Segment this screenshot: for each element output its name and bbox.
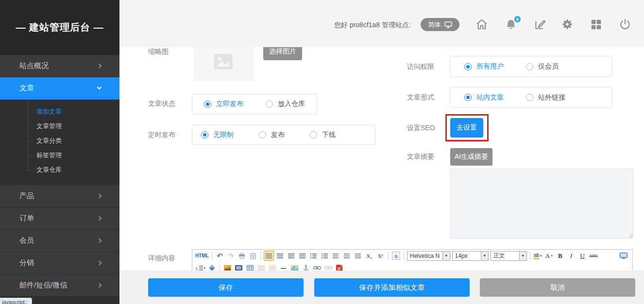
preview-icon[interactable] [618, 251, 628, 261]
chevron-right-icon [97, 216, 102, 221]
radio-offline-time[interactable]: 下线 [310, 131, 336, 139]
autotypeset-icon[interactable]: a [391, 251, 401, 261]
save-button[interactable]: 保存 [148, 278, 304, 297]
align-left-icon[interactable] [264, 251, 274, 261]
subscript-icon[interactable]: X₂ [364, 251, 374, 261]
sidebar-subitem-article-manage[interactable]: 文章管理 [0, 119, 119, 134]
insert-iframe-icon[interactable] [267, 263, 277, 270]
font-size-select[interactable]: 14px ▾ [452, 251, 489, 261]
sidebar-nav: 站点概况 文章 添加文章 文章管理 文章分类 标签管理 [0, 55, 119, 297]
summary-label: 文章摘要 [407, 152, 434, 161]
form-footer: 保存 保存并添加相似文章 取消 [119, 270, 644, 304]
editor-toolbar-row-1: HTML ↶ ↷ T X₂ [192, 250, 632, 262]
highlight-color-icon[interactable]: ab▾ [533, 251, 543, 261]
outdent-icon[interactable] [353, 251, 363, 261]
underline-icon[interactable]: U [577, 251, 588, 261]
font-color-icon[interactable]: A▾ [544, 251, 554, 261]
sidebar-item-products[interactable]: 产品 [0, 185, 119, 207]
sidebar-subitem-article-category[interactable]: 文章分类 [0, 134, 119, 148]
sidebar-subitem-tag-manage[interactable]: 标签管理 [0, 148, 119, 163]
unlink-icon[interactable] [323, 263, 333, 270]
insert-map-icon[interactable] [289, 263, 300, 270]
ai-generate-summary-button[interactable]: AI生成摘要 [450, 148, 492, 166]
radio-publish-now[interactable]: 立即发布 [204, 100, 243, 108]
chevron-down-icon [97, 85, 102, 90]
font-family-select[interactable]: Helvetica N ▾ [407, 251, 450, 261]
sidebar-item-distribution[interactable]: 分销 [0, 252, 119, 274]
eraser-icon[interactable] [207, 263, 217, 270]
rich-text-editor: HTML ↶ ↷ T X₂ [192, 249, 633, 270]
radio-icon [464, 94, 472, 101]
link-icon[interactable] [312, 263, 322, 270]
line-height-icon[interactable]: ↕▾ [195, 263, 206, 270]
ordered-list-icon[interactable] [308, 251, 319, 261]
chevron-right-icon [97, 283, 102, 288]
insert-video-icon[interactable] [234, 263, 244, 270]
chevron-down-icon: ▾ [519, 252, 526, 260]
chevron-right-icon [97, 238, 102, 243]
superscript-icon[interactable]: X² [375, 251, 386, 261]
add-article-form: 缩略图 选择图片 文章状态 立即发布 放入仓库 定时发布 [119, 47, 644, 270]
cancel-button[interactable]: 取消 [480, 278, 635, 297]
radio-members-only[interactable]: 仅会员 [526, 62, 559, 71]
insert-pdf-icon[interactable] [334, 263, 344, 270]
sidebar-item-members[interactable]: 会员 [0, 230, 119, 252]
horizontal-rule-icon[interactable]: — [278, 263, 288, 270]
paste-from-word-icon[interactable]: T [248, 251, 258, 261]
sidebar-item-label: 站点概况 [19, 61, 49, 70]
strikethrough-icon[interactable]: ABC [589, 251, 599, 261]
sidebar-item-orders[interactable]: 订单 [0, 207, 119, 230]
radio-external-link[interactable]: 站外链接 [526, 93, 565, 102]
align-right-icon[interactable] [286, 251, 296, 261]
edit-icon[interactable] [534, 18, 546, 31]
gear-icon[interactable] [561, 18, 574, 31]
radio-all-users[interactable]: 所有用户 [464, 62, 504, 71]
sidebar-item-mail-sms-wechat[interactable]: 邮件/短信/微信 [0, 274, 119, 297]
svg-text:T: T [252, 254, 254, 259]
home-icon[interactable] [475, 18, 488, 31]
app-logo: — 建站管理后台 — [0, 0, 119, 55]
access-permission-label: 访问权限 [407, 63, 434, 71]
align-justify-icon[interactable] [297, 251, 307, 261]
sidebar: — 建站管理后台 — 站点概况 文章 添加文章 文章管理 文章分类 [0, 0, 119, 304]
bell-icon[interactable]: 0 [505, 18, 517, 31]
anchor-icon[interactable] [301, 263, 311, 270]
insert-table-icon[interactable] [245, 263, 255, 270]
sidebar-subitem-article-warehouse[interactable]: 文章仓库 [0, 163, 119, 177]
choose-image-button[interactable]: 选择图片 [263, 47, 302, 60]
thumbnail-preview[interactable] [193, 47, 254, 81]
radio-icon [201, 131, 208, 138]
power-icon[interactable] [619, 18, 631, 31]
seo-label: 设置SEO [407, 124, 435, 133]
paragraph-spacing-icon[interactable] [331, 251, 341, 261]
redo-icon[interactable]: ↷ [226, 251, 236, 261]
radio-no-limit[interactable]: 无限制 [201, 131, 234, 139]
insert-image-icon[interactable] [222, 263, 233, 270]
align-center-icon[interactable] [275, 251, 285, 261]
chevron-right-icon [97, 261, 102, 266]
html-source-button[interactable]: HTML [195, 251, 209, 261]
article-type-options: 站内文章 站外链接 [450, 87, 612, 108]
radio-icon [526, 94, 533, 101]
articles-submenu: 添加文章 文章管理 文章分类 标签管理 文章仓库 [0, 100, 119, 185]
save-and-add-similar-button[interactable]: 保存并添加相似文章 [314, 278, 470, 297]
paragraph-select[interactable]: 正文 ▾ [491, 251, 527, 261]
undo-icon[interactable]: ↶ [215, 251, 225, 261]
chevron-down-icon: ▾ [481, 252, 488, 260]
indent-icon[interactable] [342, 251, 352, 261]
page-break-icon[interactable] [256, 263, 266, 270]
sidebar-item-site-overview[interactable]: 站点概况 [0, 55, 119, 77]
language-toggle-button[interactable]: 简体 [421, 18, 459, 31]
sidebar-item-articles[interactable]: 文章 [0, 77, 119, 100]
apps-grid-icon[interactable] [590, 18, 602, 31]
print-icon[interactable] [237, 251, 247, 261]
seo-setup-button[interactable]: 去设置 [450, 118, 483, 137]
italic-icon[interactable]: I [566, 251, 576, 261]
radio-to-warehouse[interactable]: 放入仓库 [266, 100, 305, 108]
radio-publish-time[interactable]: 发布 [259, 131, 285, 139]
sidebar-subitem-add-article[interactable]: 添加文章 [0, 104, 119, 119]
bold-icon[interactable]: B [555, 251, 565, 261]
radio-internal-article[interactable]: 站内文章 [464, 93, 504, 102]
summary-textarea[interactable] [450, 169, 633, 238]
unordered-list-icon[interactable] [320, 251, 330, 261]
